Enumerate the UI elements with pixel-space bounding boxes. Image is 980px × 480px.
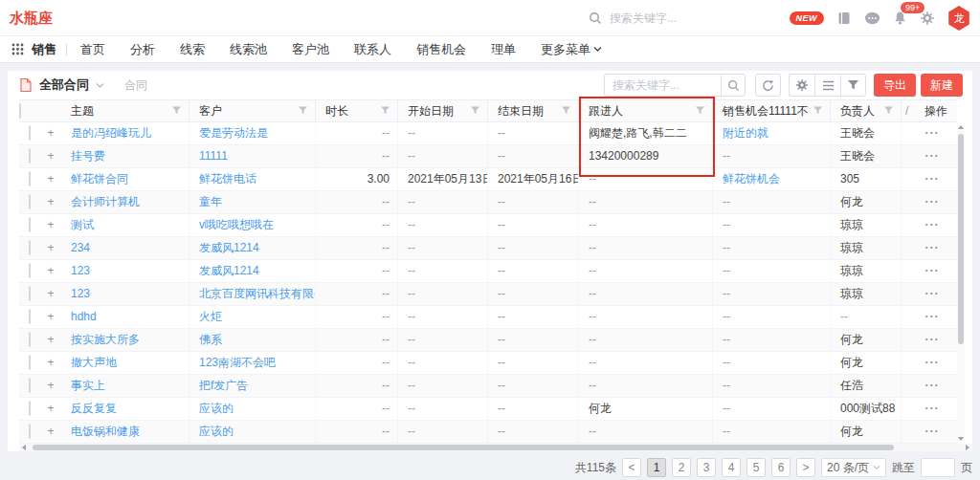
customer-link[interactable]: 应该的 [199, 402, 234, 415]
row-actions-button[interactable]: ··· [925, 425, 940, 438]
row-checkbox[interactable] [29, 332, 31, 347]
refresh-button[interactable] [755, 74, 781, 97]
chat-icon[interactable] [864, 11, 880, 26]
page-button-1[interactable]: 1 [647, 458, 666, 477]
customer-link[interactable]: 北京百度网讯科技有限公司 [199, 287, 316, 300]
row-actions-button[interactable]: ··· [925, 172, 940, 185]
customer-link[interactable]: 把f发广告 [199, 379, 248, 392]
nav-module-label[interactable]: 销售 [32, 41, 56, 58]
customer-link[interactable]: 123南湖不会吧 [199, 356, 276, 369]
nav-item-1[interactable]: 首页 [80, 41, 105, 58]
filter-funnel-icon[interactable] [840, 74, 866, 97]
row-actions-button[interactable]: ··· [925, 333, 940, 346]
apps-grid-icon[interactable] [11, 43, 24, 55]
customer-link[interactable]: 发威风1214 [199, 264, 259, 277]
row-expand-button[interactable]: + [47, 333, 54, 346]
row-expand-button[interactable]: + [47, 126, 54, 140]
nav-item-4[interactable]: 线索池 [230, 41, 267, 58]
customer-link[interactable]: 佛系 [199, 333, 222, 346]
row-checkbox[interactable] [29, 263, 31, 278]
nav-item-6[interactable]: 联系人 [354, 41, 391, 58]
row-actions-button[interactable]: ··· [925, 379, 940, 392]
view-chevron-down-icon[interactable] [96, 82, 104, 89]
page-button-3[interactable]: 3 [697, 458, 716, 477]
nav-item-5[interactable]: 客户池 [292, 41, 329, 58]
filter-icon[interactable] [883, 105, 894, 116]
create-button[interactable]: 新建 [921, 74, 963, 97]
subject-link[interactable]: 事实上 [71, 379, 105, 392]
subject-link[interactable]: 123 [71, 264, 90, 277]
nav-item-2[interactable]: 分析 [130, 41, 155, 58]
notebook-icon[interactable] [836, 11, 852, 26]
row-expand-button[interactable]: + [47, 402, 54, 415]
nav-item-3[interactable]: 线索 [180, 41, 205, 58]
new-badge[interactable]: NEW [790, 11, 825, 25]
subject-link[interactable]: 会计师计算机 [71, 195, 140, 208]
subject-link[interactable]: 123 [71, 287, 90, 300]
view-subtitle[interactable]: 合同 [124, 77, 147, 94]
row-checkbox[interactable] [29, 148, 31, 164]
row-actions-button[interactable]: ··· [925, 264, 940, 277]
row-actions-button[interactable]: ··· [925, 287, 940, 300]
row-checkbox[interactable] [29, 194, 31, 209]
row-actions-button[interactable]: ··· [925, 195, 940, 208]
subject-link[interactable]: 是的冯绍峰玩儿 [71, 126, 151, 140]
subject-link[interactable]: 挂号费 [71, 149, 105, 163]
row-checkbox[interactable] [29, 171, 31, 186]
subject-link[interactable]: 撒大声地 [71, 356, 117, 369]
filter-icon[interactable] [298, 105, 308, 116]
view-title[interactable]: 全部合同 [39, 76, 89, 94]
row-expand-button[interactable]: + [47, 379, 54, 392]
row-actions-button[interactable]: ··· [925, 218, 940, 231]
scroll-up-arrow[interactable] [958, 125, 964, 129]
customer-link[interactable]: 应该的 [199, 425, 234, 438]
filter-icon[interactable] [813, 105, 823, 116]
list-search-button[interactable] [721, 74, 746, 97]
vertical-scrollbar[interactable] [957, 122, 965, 444]
row-expand-button[interactable]: + [47, 287, 54, 300]
row-checkbox[interactable] [29, 378, 31, 393]
global-search[interactable]: 搜索关键字... [589, 0, 677, 36]
row-expand-button[interactable]: + [47, 241, 54, 254]
settings-gear-icon[interactable] [789, 74, 814, 97]
opportunity-link[interactable]: 附近的就 [723, 126, 768, 140]
jump-page-input[interactable] [921, 458, 955, 477]
gear-icon[interactable] [920, 11, 935, 26]
row-checkbox[interactable] [29, 217, 31, 232]
scroll-right-arrow[interactable] [966, 445, 969, 450]
page-size-select[interactable]: 20 条/页 [821, 458, 886, 477]
page-next-button[interactable]: > [796, 458, 815, 477]
row-expand-button[interactable]: + [47, 218, 54, 231]
row-checkbox[interactable] [29, 240, 31, 255]
row-checkbox[interactable] [29, 401, 31, 416]
subject-link[interactable]: 测试 [71, 218, 94, 231]
page-button-6[interactable]: 6 [771, 458, 791, 477]
vertical-scroll-thumb[interactable] [958, 134, 964, 344]
user-avatar[interactable]: 龙 [947, 6, 970, 31]
subject-link[interactable]: 234 [71, 241, 90, 254]
row-actions-button[interactable]: ··· [925, 241, 940, 254]
customer-link[interactable]: 11111 [199, 149, 228, 163]
row-checkbox[interactable] [29, 286, 31, 301]
row-expand-button[interactable]: + [47, 425, 54, 438]
row-actions-button[interactable]: ··· [925, 356, 940, 369]
page-prev-button[interactable]: < [622, 458, 641, 477]
row-checkbox[interactable] [29, 125, 31, 141]
export-button[interactable]: 导出 [874, 74, 916, 97]
filter-icon[interactable] [470, 105, 480, 116]
row-actions-button[interactable]: ··· [925, 310, 940, 323]
customer-link[interactable]: 发威风1214 [199, 241, 259, 254]
filter-icon[interactable] [380, 105, 390, 116]
row-expand-button[interactable]: + [47, 149, 54, 163]
scroll-down-arrow[interactable] [958, 437, 964, 441]
row-actions-button[interactable]: ··· [925, 149, 940, 163]
filter-icon[interactable] [561, 105, 571, 116]
subject-link[interactable]: 反反复复 [71, 402, 117, 415]
columns-list-icon[interactable] [814, 74, 840, 97]
row-expand-button[interactable]: + [47, 356, 54, 369]
list-search-input[interactable] [604, 74, 721, 97]
row-checkbox[interactable] [29, 309, 31, 324]
nav-more-menu[interactable]: 更多菜单 [541, 41, 602, 58]
horizontal-scroll-thumb[interactable] [33, 445, 894, 450]
customer-link[interactable]: v哦吃哦想哦在 [199, 218, 274, 231]
